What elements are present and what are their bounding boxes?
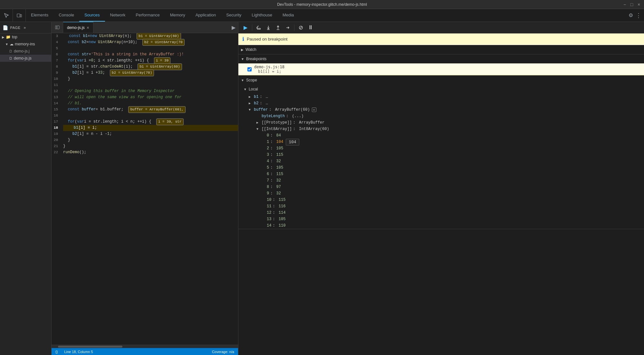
scope-buffer[interactable]: ▼ buffer : ArrayBuffer(60) ⊞ xyxy=(238,107,644,113)
toggle-sidebar-btn[interactable] xyxy=(52,22,63,33)
tab-console[interactable]: Console xyxy=(53,9,79,22)
tab-security[interactable]: Security xyxy=(221,9,246,22)
tree-item-file2[interactable]: 🗋 demo-js.js xyxy=(0,55,51,62)
tab-performance[interactable]: Performance xyxy=(130,9,165,22)
file-tab-close[interactable]: × xyxy=(87,25,89,30)
code-line-14[interactable]: // b1. xyxy=(63,100,238,107)
scope-entry-9[interactable]: 9 : 32 xyxy=(238,190,644,197)
breakpoints-section-header[interactable]: ▼ Breakpoints xyxy=(238,54,644,63)
tree-item-file1[interactable]: 🗋 demo-js.j xyxy=(0,48,51,55)
tab-network[interactable]: Network xyxy=(105,9,131,22)
device-toolbar-btn[interactable] xyxy=(13,9,26,22)
code-line-22[interactable]: runDemo (); xyxy=(63,149,238,155)
scope-b1[interactable]: ▶ b1 : … xyxy=(238,94,644,100)
breakpoint-item[interactable]: demo-js.js:18 b1[i] = i; xyxy=(238,63,644,75)
tab-application[interactable]: Application xyxy=(190,9,221,22)
scope-entry-12[interactable]: 12 : 114 xyxy=(238,210,644,216)
tab-elements[interactable]: Elements xyxy=(26,9,53,22)
scope-entry-0[interactable]: 0 : 84 xyxy=(238,132,644,139)
tab-lighthouse[interactable]: Lighthouse xyxy=(246,9,277,22)
breakpoint-info: ℹ Paused on breakpoint xyxy=(238,33,644,45)
scope-bytelength[interactable]: byteLength : (...) xyxy=(238,113,644,119)
scope-entry-11[interactable]: 11 : 116 xyxy=(238,203,644,210)
code-line-20[interactable]: } xyxy=(63,137,238,143)
pause-on-exceptions-btn[interactable]: ⏸ xyxy=(306,23,315,32)
tree-arrow-top: ▶ xyxy=(2,35,5,39)
tab-media[interactable]: Media xyxy=(277,9,299,22)
local-arrow: ▼ xyxy=(244,88,247,91)
scrollbar-thumb[interactable] xyxy=(58,346,122,348)
breakpoint-checkbox[interactable] xyxy=(247,67,252,71)
b2-arrow: ▶ xyxy=(249,101,253,105)
code-line-21[interactable]: } xyxy=(63,143,238,149)
scope-entry-14[interactable]: 14 : 110 xyxy=(238,222,644,229)
tree-arrow-memory: ▼ xyxy=(5,42,8,46)
scope-entry-10[interactable]: 10 : 115 xyxy=(238,197,644,203)
scope-int8array[interactable]: ▼ [[Int8Array]] : Int8Array(60) xyxy=(238,126,644,132)
step-over-btn[interactable] xyxy=(254,23,263,32)
breakpoints-arrow: ▼ xyxy=(241,57,244,61)
code-line-19[interactable]: b2 [i] = n - i - 1 ; xyxy=(63,131,238,137)
scope-prototype[interactable]: ▶ [[Prototype]] : ArrayBuffer xyxy=(238,119,644,126)
scope-b2[interactable]: ▶ b2 : … xyxy=(238,100,644,107)
maximize-btn[interactable]: □ xyxy=(629,2,634,7)
local-label: Local xyxy=(249,87,258,91)
step-btn[interactable] xyxy=(283,23,292,32)
scope-entry-13[interactable]: 13 : 105 xyxy=(238,216,644,222)
code-line-11[interactable] xyxy=(63,82,238,88)
format-btn[interactable]: {} xyxy=(55,350,58,354)
scope-entry-3[interactable]: 3 : 115 xyxy=(238,152,644,158)
local-section-header[interactable]: ▼ Local xyxy=(238,85,644,94)
more-btn[interactable]: ⋮ xyxy=(636,12,641,19)
code-line-10[interactable]: } xyxy=(63,76,238,82)
sidebar-content: ▶ 📁 top ▼ ☁ memory-ins 🗋 demo-js.j 🗋 dem… xyxy=(0,33,51,355)
horizontal-scrollbar[interactable] xyxy=(52,345,238,348)
scope-entry-5[interactable]: 5 : 105 xyxy=(238,164,644,171)
scope-entry-2[interactable]: 2 : 105 xyxy=(238,145,644,152)
code-line-6[interactable]: const str = 'This is a string in the Arr… xyxy=(63,51,238,58)
step-out-btn[interactable] xyxy=(274,23,283,32)
scope-entry-7[interactable]: 7 : 32 xyxy=(238,177,644,184)
tooltip-104: 104 xyxy=(286,139,299,145)
step-into-btn[interactable] xyxy=(264,23,273,32)
scope-entry-8[interactable]: 8 : 97 xyxy=(238,184,644,190)
scope-entry-4[interactable]: 4 : 32 xyxy=(238,158,644,164)
file-icon-1: 🗋 xyxy=(9,49,13,53)
settings-btn[interactable]: ⚙ xyxy=(629,12,633,18)
code-line-16[interactable] xyxy=(63,113,238,119)
code-line-12[interactable]: // Opening this buffer in the Memory Ins… xyxy=(63,88,238,94)
watch-section-header[interactable]: ▶ Watch xyxy=(238,45,644,54)
tree-item-memory[interactable]: ▼ ☁ memory-ins xyxy=(0,41,51,48)
memory-inspector-icon[interactable]: ⊞ xyxy=(312,107,316,112)
buffer-arrow: ▼ xyxy=(249,108,253,112)
sidebar-expand-btn[interactable]: » xyxy=(24,25,26,30)
code-line-9[interactable]: b2 [i] = i + 33 ; b2 = Uint8Array(70) xyxy=(63,70,238,76)
close-btn[interactable]: × xyxy=(636,2,641,7)
position-info: Line 18, Column 5 xyxy=(64,350,93,354)
play-icon[interactable]: ▶ xyxy=(232,24,235,31)
folder-icon-top: 📁 xyxy=(6,35,11,39)
scope-section-header[interactable]: ▼ Scope xyxy=(238,76,644,85)
tab-memory[interactable]: Memory xyxy=(165,9,190,22)
inspect-icon-btn[interactable] xyxy=(0,9,13,22)
scope-entry-1[interactable]: 1 : 104 104 xyxy=(238,139,644,145)
code-line-7[interactable]: for ( var i = 0 ; i < str.length; ++i) {… xyxy=(63,58,238,64)
scope-entry-6[interactable]: 6 : 115 xyxy=(238,171,644,177)
code-line-5[interactable] xyxy=(63,45,238,51)
code-line-18[interactable]: b1 [i] = i; xyxy=(63,125,238,131)
file-tab-demo-js[interactable]: demo-js.js × xyxy=(63,22,93,33)
breakpoint-code: b1[i] = i; xyxy=(254,69,284,74)
tab-sources[interactable]: Sources xyxy=(79,9,105,22)
code-line-4[interactable]: const b2 = new Uint8Array (n+10); b2 = U… xyxy=(63,39,238,45)
code-line-15[interactable]: const buffer = b1.buffer; buffer = Array… xyxy=(63,107,238,113)
code-line-8[interactable]: b1 [i] = str. charCodeAt (i); b1 = Uint8… xyxy=(63,64,238,70)
status-bar: {} Line 18, Column 5 Coverage: n/a xyxy=(52,348,238,355)
code-line-13[interactable]: // will open the same view as for openin… xyxy=(63,94,238,100)
tree-item-top[interactable]: ▶ 📁 top xyxy=(0,33,51,41)
code-line-3[interactable]: const b1 = new Uint8Array (n); b1 = Uint… xyxy=(63,33,238,39)
deactivate-btn[interactable] xyxy=(296,23,305,32)
breakpoint-message: Paused on breakpoint xyxy=(247,37,287,42)
resume-btn[interactable]: ▶ xyxy=(241,23,250,32)
minimize-btn[interactable]: − xyxy=(622,2,627,7)
code-line-17[interactable]: for ( var i = str.length; i < n; ++i) { … xyxy=(63,119,238,125)
